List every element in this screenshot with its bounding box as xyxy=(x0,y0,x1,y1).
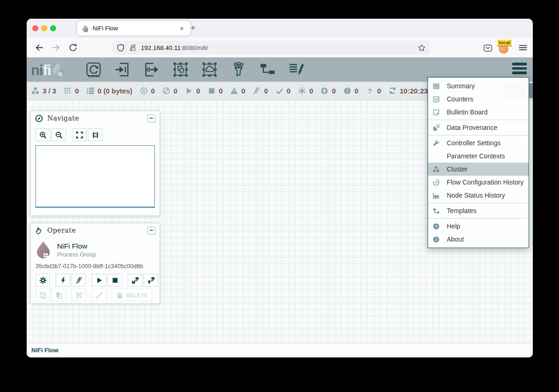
menu-item-summary[interactable]: Summary xyxy=(428,79,529,93)
processor-icon[interactable] xyxy=(85,61,102,78)
selection-id: 35cbd3b7-017b-1000-8bff-1c3405c00d6b xyxy=(31,259,160,270)
locally-modified-versioned: 0 xyxy=(298,87,313,95)
sync-failure-icon: ? xyxy=(366,87,374,95)
configure-icon xyxy=(39,277,47,284)
stop-button[interactable] xyxy=(108,274,122,286)
queued: 0 (0 bytes) xyxy=(87,87,132,95)
group-icon xyxy=(75,292,83,299)
shield-icon[interactable] xyxy=(117,44,124,51)
refresh-icon[interactable] xyxy=(389,87,396,94)
collapse-operate-button[interactable] xyxy=(147,227,155,235)
reload-icon[interactable] xyxy=(68,43,78,52)
node-status-history-icon xyxy=(433,192,440,199)
summary-icon xyxy=(433,83,440,90)
nifi-drop-logo xyxy=(52,62,65,78)
about-icon xyxy=(433,236,440,243)
operate-primary-buttons xyxy=(36,274,160,286)
copy-button xyxy=(36,289,50,301)
forward-icon xyxy=(51,43,61,52)
bookmark-star-icon[interactable] xyxy=(418,44,426,52)
browser-menu-icon[interactable] xyxy=(518,43,528,52)
menu-item-label: Parameter Contexts xyxy=(447,152,505,160)
process-group-drop-icon xyxy=(36,241,51,259)
locally-modified-versioned-count: 0 xyxy=(309,87,313,95)
svg-text:23: 23 xyxy=(435,98,438,101)
menu-item-controller-settings[interactable]: Controller Settings xyxy=(428,136,529,150)
upload-template-button[interactable] xyxy=(144,274,158,286)
menu-item-label: Bulletin Board xyxy=(447,108,487,116)
menu-item-help[interactable]: ?Help xyxy=(428,220,529,233)
template-icon[interactable] xyxy=(259,61,276,78)
running-icon xyxy=(185,87,193,95)
breadcrumb-item[interactable]: NiFi Flow xyxy=(31,347,58,354)
locally-modified-stale-icon xyxy=(343,87,351,95)
back-icon[interactable] xyxy=(35,43,44,52)
process-group-icon[interactable] xyxy=(172,61,189,78)
close-window-button[interactable] xyxy=(32,25,38,31)
global-menu-button[interactable] xyxy=(512,63,527,74)
copy-icon xyxy=(39,292,47,299)
pocket-icon[interactable] xyxy=(483,43,493,53)
output-port-icon[interactable] xyxy=(143,61,160,78)
menu-item-data-provenance[interactable]: Data Provenance xyxy=(428,121,529,134)
invalid-components-count: 0 xyxy=(241,87,245,95)
funnel-icon[interactable] xyxy=(230,61,247,78)
menu-item-about[interactable]: About xyxy=(428,233,529,246)
disable-button[interactable] xyxy=(72,274,86,286)
zoom-in-button[interactable] xyxy=(36,128,50,141)
menu-item-parameter-contexts[interactable]: Parameter Contexts xyxy=(428,150,529,163)
logo-text-ni: ni xyxy=(31,62,43,78)
bulletin-board-icon xyxy=(433,109,440,116)
navigate-panel-header: Navigate xyxy=(31,111,160,125)
up-to-date-icon xyxy=(276,87,283,95)
menu-item-label: Counters xyxy=(447,95,473,103)
menu-item-cluster[interactable]: Cluster xyxy=(428,163,529,176)
menu-item-templates[interactable]: Templates xyxy=(428,204,529,217)
insecure-lock-icon[interactable] xyxy=(129,44,137,51)
menu-item-label: Help xyxy=(447,222,460,230)
maximize-window-button[interactable] xyxy=(50,25,56,31)
enable-button[interactable] xyxy=(56,274,70,286)
sync-failure-versioned: ?0 xyxy=(366,87,381,95)
stopped-components: 0 xyxy=(208,87,223,95)
url-bar[interactable]: 192.168.40.11:8080/nifi/ xyxy=(112,41,430,55)
configure-button[interactable] xyxy=(36,274,50,286)
running-components-count: 0 xyxy=(196,87,200,95)
disabled-icon xyxy=(253,87,261,95)
save-template-button[interactable] xyxy=(128,274,142,286)
stopped-components-count: 0 xyxy=(219,87,223,95)
navigate-toolbar xyxy=(36,128,160,141)
not-transmitting-remote-groups-count: 0 xyxy=(174,87,177,95)
zoom-actual-size-button[interactable] xyxy=(88,128,102,141)
remote-process-group-icon[interactable] xyxy=(201,61,218,78)
new-tab-button[interactable]: + xyxy=(187,22,199,34)
minimize-window-button[interactable] xyxy=(41,25,47,31)
menu-item-counters[interactable]: 23Counters xyxy=(428,93,529,106)
input-port-icon[interactable] xyxy=(114,61,131,78)
zoom-out-button[interactable] xyxy=(51,128,66,141)
start-button[interactable] xyxy=(92,274,106,286)
url-text[interactable]: 192.168.40.11:8080/nifi/ xyxy=(141,44,418,51)
save-template-icon xyxy=(131,277,139,284)
browser-tab[interactable]: NiFi Flow × xyxy=(77,21,190,36)
queued-count: 0 (0 bytes) xyxy=(98,87,132,95)
url-host: 192.168.40.11 xyxy=(141,44,181,51)
menu-item-node-status-history[interactable]: Node Status History xyxy=(428,189,529,202)
url-path: :8080/nifi/ xyxy=(181,44,208,51)
menu-item-label: Data Provenance xyxy=(447,124,497,131)
disable-icon xyxy=(75,277,83,284)
svg-text:?: ? xyxy=(368,87,372,94)
locally-modified-stale-versioned-count: 0 xyxy=(355,87,358,95)
birdseye-minimap[interactable] xyxy=(36,145,155,208)
label-icon[interactable] xyxy=(288,61,305,78)
traffic-lights xyxy=(32,25,56,31)
disabled-components: 0 xyxy=(253,87,268,95)
collapse-navigate-button[interactable] xyxy=(147,114,155,122)
zoom-fit-button[interactable] xyxy=(72,128,87,141)
menu-item-bulletin-board[interactable]: Bulletin Board xyxy=(428,106,529,119)
stale-versioned: 0 xyxy=(320,87,335,95)
tab-close-icon[interactable]: × xyxy=(178,24,186,33)
stale-icon xyxy=(320,87,328,95)
menu-item-flow-configuration-history[interactable]: Flow Configuration History xyxy=(428,176,529,189)
operate-secondary-buttons: DELETE xyxy=(36,289,160,301)
